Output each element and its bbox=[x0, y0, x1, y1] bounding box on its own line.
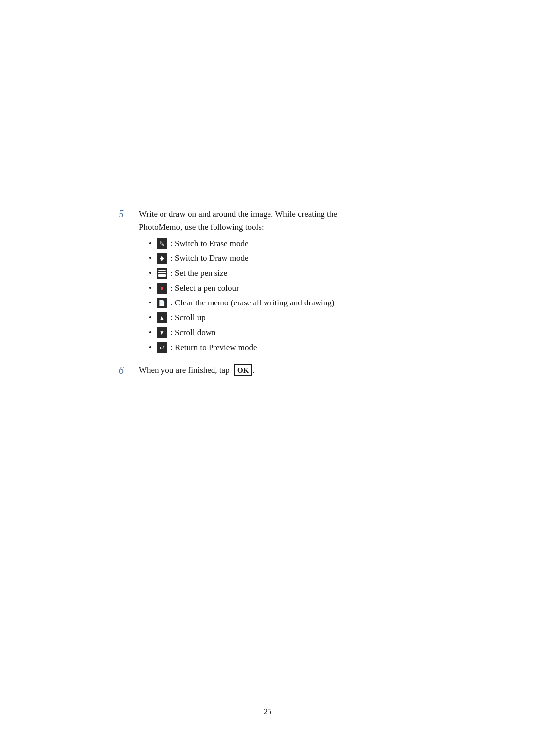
scroll-down-label: : Scroll down bbox=[170, 328, 216, 338]
list-item: • : Switch to Draw mode bbox=[149, 253, 337, 264]
list-item: • : Scroll down bbox=[149, 327, 337, 338]
erase-mode-label: : Switch to Erase mode bbox=[170, 239, 249, 249]
return-preview-label: : Return to Preview mode bbox=[170, 343, 257, 353]
bullet-dot: • bbox=[149, 268, 152, 278]
pen-size-label: : Set the pen size bbox=[170, 268, 227, 278]
page-number: 25 bbox=[264, 707, 271, 716]
step-5-number: 5 bbox=[119, 208, 134, 220]
step-6-text: When you are finished, tap OK. bbox=[139, 364, 254, 377]
step-6-text-after: . bbox=[252, 365, 254, 375]
step-6-row: 6 When you are finished, tap OK. bbox=[119, 364, 476, 377]
bullet-dot: • bbox=[149, 328, 152, 338]
bullet-dot: • bbox=[149, 313, 152, 323]
bullet-dot: • bbox=[149, 298, 152, 308]
pen-line-thick bbox=[158, 274, 166, 277]
scroll-down-icon bbox=[157, 327, 167, 338]
bullet-dot: • bbox=[149, 343, 152, 353]
list-item: • : Switch to Erase mode bbox=[149, 238, 337, 249]
pen-line-medium bbox=[158, 272, 166, 273]
clear-memo-icon bbox=[157, 298, 167, 308]
scroll-up-icon bbox=[157, 312, 167, 323]
list-item: • : Set the pen size bbox=[149, 268, 337, 279]
select-colour-label: : Select a pen colour bbox=[170, 283, 239, 293]
bullet-dot: • bbox=[149, 253, 152, 263]
pen-size-icon bbox=[157, 268, 167, 279]
bullet-dot: • bbox=[149, 283, 152, 293]
list-item: • : Select a pen colour bbox=[149, 283, 337, 294]
ok-badge: OK bbox=[234, 364, 252, 376]
tools-list: • : Switch to Erase mode • : Switch to D… bbox=[149, 238, 337, 353]
erase-mode-icon bbox=[157, 238, 167, 249]
draw-mode-label: : Switch to Draw mode bbox=[170, 253, 249, 263]
step-6-text-before: When you are finished, tap bbox=[139, 365, 232, 375]
list-item: • : Clear the memo (erase all writing an… bbox=[149, 298, 337, 308]
list-item: • : Return to Preview mode bbox=[149, 342, 337, 353]
step-6-number: 6 bbox=[119, 365, 134, 376]
clear-memo-label: : Clear the memo (erase all writing and … bbox=[170, 298, 334, 308]
step-5-intro: Write or draw on and around the image. W… bbox=[139, 208, 337, 233]
select-colour-icon bbox=[157, 283, 167, 294]
step-5-content: Write or draw on and around the image. W… bbox=[139, 208, 337, 357]
bullet-dot: • bbox=[149, 239, 152, 249]
pen-line-thin bbox=[158, 270, 166, 271]
return-preview-icon bbox=[157, 342, 167, 353]
draw-mode-icon bbox=[157, 253, 167, 264]
scroll-up-label: : Scroll up bbox=[170, 313, 206, 323]
content-area: 5 Write or draw on and around the image.… bbox=[119, 208, 476, 377]
page-container: 5 Write or draw on and around the image.… bbox=[0, 0, 535, 756]
list-item: • : Scroll up bbox=[149, 312, 337, 323]
step-5-row: 5 Write or draw on and around the image.… bbox=[119, 208, 476, 357]
step-5-line2: PhotoMemo, use the following tools: bbox=[139, 222, 264, 232]
step-5-line1: Write or draw on and around the image. W… bbox=[139, 209, 337, 219]
